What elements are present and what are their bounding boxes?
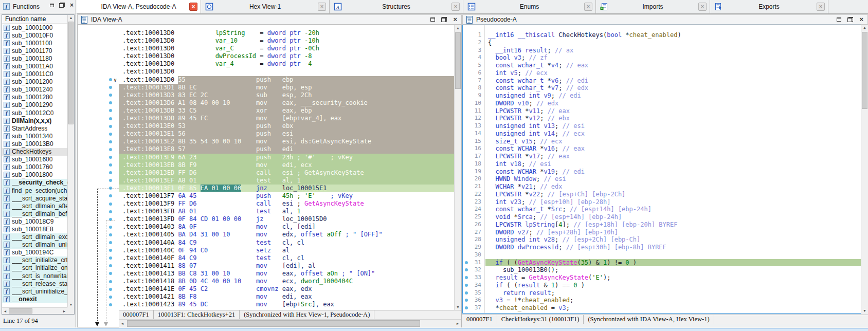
tab-enums[interactable]: Enums×: [463, 0, 596, 13]
asm-line[interactable]: .text:1000140C 0F 94 C0 setz al: [78, 247, 454, 254]
asm-line[interactable]: .text:1000140A 84 C9 test cl, cl: [78, 239, 454, 247]
scrollbar-thumb[interactable]: [455, 32, 461, 89]
function-row[interactable]: f___scrt_dllmain_excepti: [2, 233, 67, 241]
tab-close-icon[interactable]: ×: [817, 3, 825, 11]
asm-line[interactable]: .text:100013E2 8B 35 54 30 00 10 mov esi…: [78, 138, 454, 145]
asm-line[interactable]: .text:100013F9 FF D6 call esi ; GetAsync…: [78, 200, 454, 208]
scroll-right-icon[interactable]: ►: [62, 309, 66, 313]
pseudocode-line[interactable]: 19 const WCHAR *v19; // edi: [463, 168, 867, 176]
functions-vertical-scrollbar[interactable]: ▲ ▼: [67, 15, 74, 307]
pseudocode-line[interactable]: 8 const wchar_t *v7; // edx: [463, 84, 867, 92]
tab-close-icon[interactable]: ×: [698, 3, 707, 11]
pseudocode-listing[interactable]: 1__int16 __thiscall CheckHotkeys(bool *c…: [462, 25, 868, 314]
asm-line[interactable]: .text:1000140F 84 C9 test cl, cl: [78, 254, 454, 262]
function-row[interactable]: f___scrt_initialize_onexit: [2, 264, 67, 272]
scroll-down-icon[interactable]: ▼: [861, 309, 868, 312]
pseudocode-line[interactable]: 9 unsigned int v9; // edi: [463, 92, 867, 100]
function-row[interactable]: f___scrt_uninitialize_crt: [2, 287, 67, 295]
pseudocode-line[interactable]: 34 if ( (result & 1) == 0 ): [463, 282, 867, 289]
pseudocode-line[interactable]: 27 DWORD v27; // [esp+28h] [ebp-10h]: [463, 229, 867, 236]
asm-line[interactable]: .text:100013D0 var_10 = dword ptr -10h: [78, 37, 454, 45]
asm-line[interactable]: .text:10001405 BA D4 31 00 10 mov edx, o…: [78, 231, 454, 238]
pseudocode-line[interactable]: 30: [463, 251, 867, 259]
asm-line[interactable]: .text:100013D0 var_C = dword ptr -0Ch: [78, 45, 454, 52]
asm-line[interactable]: .text:100013F1 0F 85 EA 01 00 00 jnz loc…: [78, 185, 454, 192]
pseudocode-line[interactable]: 4 bool v3; // zf: [463, 54, 867, 62]
pseudocode-line[interactable]: 23 int v23; // [esp+10h] [ebp-28h]: [463, 198, 867, 206]
scroll-up-icon[interactable]: ▲: [68, 16, 74, 20]
function-row[interactable]: f___scrt_dllmain_after_i: [2, 202, 67, 210]
asm-line[interactable]: .text:100013DB 33 C5 xor eax, ebp: [78, 107, 454, 115]
asm-line[interactable]: .text:100013EB 8B F9 mov edi, ecx: [78, 161, 454, 169]
asm-line[interactable]: .text:10001413 B8 C8 31 00 10 mov eax, o…: [78, 270, 454, 278]
pseudocode-line[interactable]: 13 unsigned int v13; // esi: [463, 122, 867, 130]
pseudocode-line[interactable]: 16 const WCHAR *v16; // eax: [463, 145, 867, 153]
pseudocode-line[interactable]: 17 LPCWSTR *v17; // eax: [463, 153, 867, 160]
pseudocode-line[interactable]: 10 DWORD v10; // edx: [463, 100, 867, 107]
disassembly-horizontal-scrollbar[interactable]: ◄ ►: [119, 319, 461, 327]
float-icon[interactable]: [441, 17, 447, 22]
asm-line[interactable]: .text:100013D1 8B EC mov ebp, esp: [78, 84, 454, 91]
scroll-up-icon[interactable]: ▲: [861, 26, 868, 29]
tab-close-icon[interactable]: ×: [189, 3, 197, 11]
pseudocode-line[interactable]: 18 int v18; // esi: [463, 160, 867, 168]
function-row[interactable]: fsub_10001290: [2, 101, 67, 109]
function-row[interactable]: fStartAddress: [2, 124, 67, 132]
function-row[interactable]: f___scrt_release_startup: [2, 280, 67, 287]
function-row[interactable]: fsub_10001100: [2, 39, 67, 47]
function-row[interactable]: fsub_10001280: [2, 94, 67, 101]
function-row[interactable]: fsub_100011A0: [2, 62, 67, 70]
function-row[interactable]: fsub_10001170: [2, 47, 67, 54]
pseudocode-line[interactable]: 3 __int16 result; // ax: [463, 47, 867, 54]
pseudocode-line[interactable]: 20 HWND Window; // esi: [463, 175, 867, 183]
function-row[interactable]: f__security_check_co: [2, 179, 67, 187]
float-icon[interactable]: [847, 17, 853, 22]
close-icon[interactable]: ×: [859, 17, 863, 22]
function-row[interactable]: ffind_pe_section(uchar *: [2, 187, 67, 194]
maximize-icon[interactable]: [50, 4, 54, 7]
function-row[interactable]: fsub_10001000: [2, 24, 67, 31]
pseudocode-line[interactable]: 1__int16 __thiscall CheckHotkeys(bool *c…: [463, 31, 867, 39]
asm-line[interactable]: .text:100013F7 6A 45 push 45h ; 'E' ; vK…: [78, 192, 454, 200]
function-row[interactable]: fCheckHotkeys: [2, 148, 67, 156]
asm-line[interactable]: .text:10001423 89 45 DC mov [ebp+Src], e…: [78, 301, 454, 308]
close-icon[interactable]: ×: [70, 3, 74, 8]
tab-structures[interactable]: AStructures×: [330, 0, 463, 13]
asm-line[interactable]: .text:100013D0 lpString = dword ptr -20h: [78, 29, 454, 37]
functions-column-header[interactable]: Function name: [2, 15, 74, 24]
asm-line[interactable]: .text:10001403 8A 0F mov cl, [edi]: [78, 223, 454, 231]
tab-close-icon[interactable]: ×: [451, 3, 460, 11]
collapse-chevron-icon[interactable]: ∨: [114, 76, 117, 84]
maximize-icon[interactable]: [837, 17, 841, 22]
pseudocode-line[interactable]: 28 unsigned int v28; // [esp+2Ch] [ebp-C…: [463, 236, 867, 244]
functions-horizontal-scrollbar[interactable]: ◄ ►: [2, 307, 67, 314]
asm-line[interactable]: .text:10001418 8B 0D 4C 40 00 10 mov ecx…: [78, 278, 454, 285]
asm-line[interactable]: .text:100013E0 53 push ebx: [78, 122, 454, 130]
function-row[interactable]: fsub_10001200: [2, 78, 67, 86]
function-row[interactable]: fsub_100018C9: [2, 217, 67, 225]
asm-line[interactable]: .text:100013FD 0F 84 CD 01 00 00 jz loc_…: [78, 215, 454, 223]
function-row[interactable]: fDllMain(x,x,x): [2, 117, 67, 124]
pseudocode-line[interactable]: 35 return result;: [463, 289, 867, 297]
pseudocode-line[interactable]: 7 const wchar_t *v6; // edi: [463, 77, 867, 85]
maximize-icon[interactable]: [430, 17, 435, 22]
tab-close-icon[interactable]: ×: [584, 3, 592, 11]
function-row[interactable]: f___scrt_is_nonwritable_: [2, 272, 67, 280]
scroll-left-icon[interactable]: ◄: [3, 309, 7, 313]
pseudocode-line[interactable]: 2{: [463, 39, 867, 47]
function-row[interactable]: fsub_100018E8: [2, 225, 67, 233]
pseudocode-line[interactable]: 25 void *Srca; // [esp+14h] [ebp-24h]: [463, 213, 867, 221]
tab-imports[interactable]: Imports×: [596, 0, 710, 13]
asm-line[interactable]: .text:100013D0: [78, 68, 454, 76]
pseudocode-line[interactable]: 26 LPCWSTR lpString[4]; // [esp+18h] [eb…: [463, 221, 867, 229]
disassembly-listing[interactable]: .text:100013D0 lpString = dword ptr -20h…: [78, 25, 454, 310]
function-row[interactable]: f__onexit: [2, 295, 67, 303]
scrollbar-thumb[interactable]: [862, 32, 867, 109]
scroll-up-icon[interactable]: ▲: [455, 26, 461, 30]
pseudocode-line[interactable]: 31 if ( (GetAsyncKeyState(35) & 1) != 0 …: [463, 259, 867, 267]
function-row[interactable]: fsub_10001600: [2, 156, 67, 163]
asm-line[interactable]: ∨.text:100013D0 55 push ebp: [78, 76, 454, 84]
scrollbar-thumb[interactable]: [127, 320, 420, 327]
close-icon[interactable]: ×: [453, 17, 457, 22]
pseudocode-line[interactable]: 24 const wchar_t *Src; // [esp+14h] [ebp…: [463, 206, 867, 213]
